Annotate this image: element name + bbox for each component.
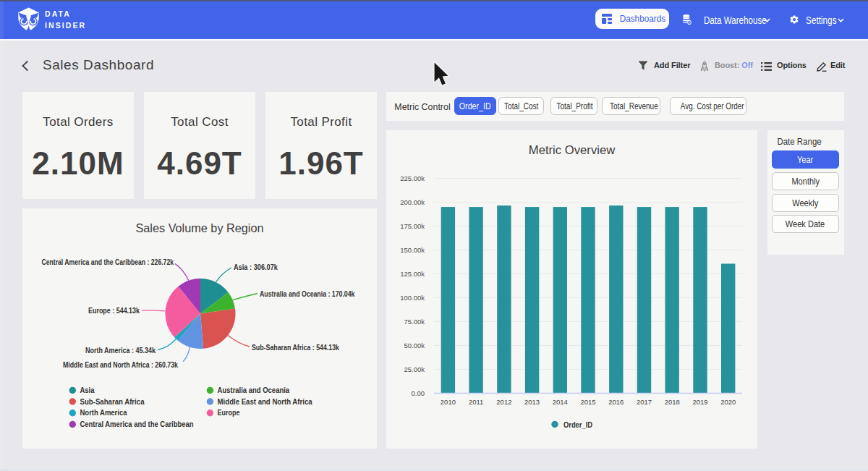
svg-text:North America : 45.34k: North America : 45.34k [85,346,156,355]
svg-text:Australia and Oceania : 170.04: Australia and Oceania : 170.04k [260,289,355,298]
svg-text:Sub-Saharan Africa : 544.13k: Sub-Saharan Africa : 544.13k [252,343,340,352]
svg-text:2020: 2020 [720,398,736,406]
svg-text:Sub-Saharan Africa: Sub-Saharan Africa [80,398,145,406]
svg-text:100.00k: 100.00k [400,294,425,302]
svg-text:North America: North America [80,409,127,417]
svg-text:Central America and the Caribb: Central America and the Caribbean [80,420,194,428]
svg-text:175.00k: 175.00k [400,222,425,230]
svg-text:2018: 2018 [665,398,680,406]
svg-text:2011: 2011 [469,398,483,406]
svg-text:Europe: Europe [218,409,240,417]
svg-text:2015: 2015 [580,398,595,406]
svg-text:2013: 2013 [524,398,540,406]
svg-text:Australia and Oceania: Australia and Oceania [218,386,290,394]
svg-text:2012: 2012 [496,398,511,406]
svg-text:200.00k: 200.00k [400,198,425,206]
svg-text:Middle East and North Africa: Middle East and North Africa [218,398,312,406]
svg-text:75.00k: 75.00k [404,318,425,326]
svg-text:Metric Overview: Metric Overview [529,143,616,157]
svg-text:Asia: Asia [80,386,95,394]
svg-text:Sales Volume by Region: Sales Volume by Region [136,221,264,235]
svg-text:225.00k: 225.00k [400,174,425,182]
svg-text:Europe : 544.13k: Europe : 544.13k [88,306,140,315]
svg-text:50.00k: 50.00k [404,341,425,349]
svg-text:125.00k: 125.00k [400,270,425,278]
svg-text:150.00k: 150.00k [400,246,425,254]
svg-text:0.00: 0.00 [412,389,425,397]
svg-text:Middle East and North Africa :: Middle East and North Africa : 260.73k [63,360,179,369]
svg-text:2019: 2019 [692,398,707,406]
svg-text:Central America and the Caribb: Central America and the Caribbean : 226.… [42,258,174,266]
svg-text:2010: 2010 [441,398,456,406]
svg-text:25.00k: 25.00k [404,365,425,373]
svg-text:2016: 2016 [608,398,624,406]
svg-text:Asia : 306.07k: Asia : 306.07k [234,263,278,271]
svg-text:2017: 2017 [637,398,652,406]
svg-text:Order_ID: Order_ID [563,421,592,429]
svg-text:2014: 2014 [553,398,568,406]
